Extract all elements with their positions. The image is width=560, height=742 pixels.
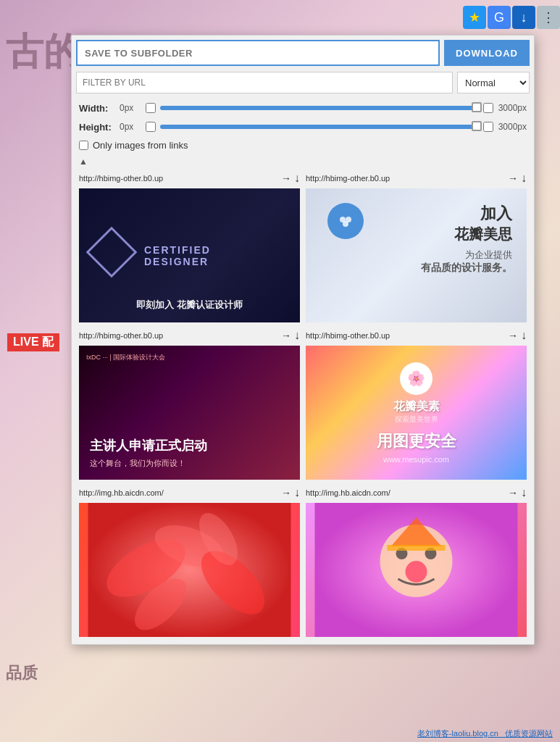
height-max-value: 3000px: [498, 122, 527, 132]
images-grid: http://hbimg-other.b0.up → ↓ CERTIFIED D…: [72, 168, 534, 644]
image-url-text-1: http://hbimg-other.b0.up: [79, 174, 278, 183]
height-min-checkbox[interactable]: [146, 122, 156, 132]
speaker-subtitle: 这个舞台，我们为你而设！: [90, 458, 289, 469]
height-max-checkbox[interactable]: [483, 122, 493, 132]
image-url-text-2: http://hbimg-other.b0.up: [306, 174, 505, 183]
cert-title: CERTIFIED: [144, 244, 211, 256]
image-open-icon-4[interactable]: →: [508, 330, 518, 341]
huaban-logo-svg: [335, 211, 356, 231]
image-download-icon-3[interactable]: ↓: [294, 329, 300, 342]
meisupic-logo: 🌸 花瓣美素 探索最美世界: [393, 362, 440, 425]
meisupic-explore: 探索最美世界: [395, 414, 438, 425]
cert-diamond-icon: [86, 226, 138, 278]
image-url-text-4: http://hbimg-other.b0.up: [306, 331, 505, 340]
image-item-3: http://hbimg-other.b0.up → ↓ IxDC ··· | …: [76, 325, 303, 483]
image-thumb-5: [79, 503, 300, 637]
image-open-icon-6[interactable]: →: [508, 487, 518, 499]
image-url-row-5: http://img.hb.aicdn.com/ → ↓: [79, 485, 300, 500]
watermark-text: 老刘博客-laoliu.blog.cn: [417, 729, 498, 738]
image-item-4: http://hbimg-other.b0.up → ↓ 🌸 花瓣美素 探索最美…: [303, 325, 530, 483]
more-icon[interactable]: ⋮: [537, 6, 560, 29]
only-images-checkbox[interactable]: [79, 141, 88, 150]
image-open-icon-2[interactable]: →: [508, 172, 518, 184]
watermark: 老刘博客-laoliu.blog.cn 优质资源网站: [417, 728, 553, 739]
image-url-row-6: http://img.hb.aicdn.com/ → ↓: [306, 485, 527, 500]
top-bar: DOWNLOAD: [72, 36, 534, 69]
clown-svg: [306, 503, 527, 637]
svg-point-14: [406, 561, 427, 583]
image-download-icon-5[interactable]: ↓: [294, 486, 300, 499]
height-slider-track[interactable]: [160, 125, 479, 129]
speaker-image: IxDC ··· | 国际体验设计大会 主讲人申请正式启动 这个舞台，我们为你而…: [79, 346, 300, 480]
google-icon[interactable]: G: [488, 6, 511, 29]
height-min-value: 0px: [120, 122, 141, 132]
image-url-text-3: http://hbimg-other.b0.up: [79, 331, 278, 340]
width-slider-thumb[interactable]: [472, 102, 482, 112]
image-thumb-6: [306, 503, 527, 637]
bg-chinese-left: 古的: [6, 33, 81, 70]
normal-select[interactable]: Normal Only Any: [457, 72, 530, 93]
watermark-secondary: 优质资源网站: [505, 729, 553, 738]
subfolder-input[interactable]: [76, 40, 440, 66]
meisupic-name: 花瓣美素: [393, 399, 440, 414]
image-download-icon-1[interactable]: ↓: [294, 172, 300, 185]
meisupic-url: www.mesupic.com: [383, 455, 449, 464]
image-url-text-5: http://img.hb.aicdn.com/: [79, 488, 278, 497]
width-min-checkbox[interactable]: [146, 103, 156, 113]
image-download-icon-2[interactable]: ↓: [521, 172, 527, 185]
filter-bar: Normal Only Any: [72, 69, 534, 96]
svg-point-3: [343, 221, 348, 227]
image-open-icon-5[interactable]: →: [281, 487, 291, 499]
huaban-for: 为企业提供: [421, 249, 512, 262]
image-open-icon-1[interactable]: →: [281, 172, 291, 184]
certified-designer-image: CERTIFIED DESIGNER 即刻加入 花瓣认证设计师: [79, 188, 300, 322]
image-item-5: http://img.hb.aicdn.com/ → ↓: [76, 483, 303, 640]
image-url-row-3: http://hbimg-other.b0.up → ↓: [79, 328, 300, 343]
image-url-row-4: http://hbimg-other.b0.up → ↓: [306, 328, 527, 343]
speaker-tag: IxDC ··· | 国际体验设计大会: [86, 353, 165, 362]
huaban-image: 加入 花瓣美思 为企业提供 有品质的设计服务。: [306, 188, 527, 322]
width-max-value: 3000px: [498, 103, 527, 113]
svg-rect-16: [388, 545, 446, 551]
image-download-icon-6[interactable]: ↓: [521, 486, 527, 499]
download-button[interactable]: DOWNLOAD: [444, 40, 530, 66]
width-slider-track[interactable]: [160, 106, 479, 110]
width-slider-row: Width: 0px 3000px: [79, 99, 527, 117]
width-label: Width:: [79, 103, 115, 114]
red-decoration-svg: [79, 503, 300, 637]
huaban-logo-icon: [327, 203, 364, 239]
cert-designer: DESIGNER: [144, 256, 211, 267]
cert-bottom-text: 即刻加入 花瓣认证设计师: [79, 299, 300, 312]
huaban-text-block: 加入 花瓣美思 为企业提供 有品质的设计服务。: [421, 203, 512, 275]
huaban-join: 加入: [421, 203, 512, 225]
image-url-row-2: http://hbimg-other.b0.up → ↓: [306, 171, 527, 186]
only-images-row: Only images from links: [72, 138, 534, 155]
image-item-2: http://hbimg-other.b0.up → ↓ 加入 花瓣美思 为企: [303, 168, 530, 325]
bg-chinese-bottom: 品质: [6, 662, 38, 684]
width-max-checkbox[interactable]: [483, 103, 493, 113]
huaban-quality: 有品质的设计服务。: [421, 262, 512, 275]
download-extension-icon[interactable]: ↓: [512, 6, 535, 29]
image-download-icon-4[interactable]: ↓: [521, 329, 527, 342]
scroll-indicator: ▲: [72, 155, 534, 168]
meisupic-logo-icon: 🌸: [400, 362, 432, 395]
width-min-value: 0px: [120, 103, 141, 113]
huaban-name: 花瓣美思: [421, 225, 512, 244]
sliders-area: Width: 0px 3000px Height: 0px 3000px: [72, 96, 534, 138]
height-label: Height:: [79, 122, 115, 133]
star-icon[interactable]: ★: [463, 6, 486, 29]
image-open-icon-3[interactable]: →: [281, 330, 291, 341]
filter-url-input[interactable]: [76, 72, 453, 93]
image-url-text-6: http://img.hb.aicdn.com/: [306, 488, 505, 497]
image-url-row-1: http://hbimg-other.b0.up → ↓: [79, 171, 300, 186]
toolbar-icons: ★ G ↓ ⋮: [463, 6, 560, 29]
only-images-label: Only images from links: [93, 140, 188, 151]
image-item-1: http://hbimg-other.b0.up → ↓ CERTIFIED D…: [76, 168, 303, 325]
image-downloader-panel: DOWNLOAD Normal Only Any Width: 0px 3000…: [71, 35, 535, 645]
meisupic-tagline: 用图更安全: [377, 430, 456, 452]
height-slider-thumb[interactable]: [472, 121, 482, 131]
height-slider-row: Height: 0px 3000px: [79, 118, 527, 136]
speaker-title: 主讲人申请正式启动: [90, 437, 289, 454]
bg-live-tag: LIVE 配: [7, 333, 59, 351]
image-item-6: http://img.hb.aicdn.com/ → ↓: [303, 483, 530, 640]
